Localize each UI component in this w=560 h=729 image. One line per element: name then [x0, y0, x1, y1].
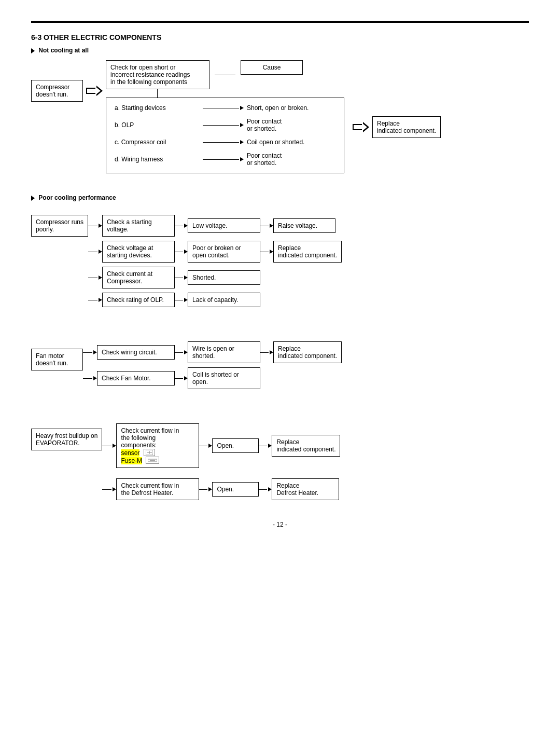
result-lack-capacity: Lack of capacity.: [188, 293, 260, 307]
line-d: [203, 159, 239, 160]
check-olp-rating: Check rating of OLP.: [102, 293, 175, 307]
h-line-r4: [175, 300, 183, 300]
heavy-frost-box: Heavy frost buildup onEVAPORATOR.: [31, 429, 102, 450]
raise-voltage-box: Raise voltage.: [273, 218, 335, 233]
arrow-frostr2: [208, 487, 212, 491]
h-line-fan1: [175, 352, 183, 353]
dbl-arrow-1: [86, 86, 103, 96]
replace-defrost-heater: ReplaceDefrost Heater.: [272, 478, 339, 500]
arrow-fan1: [93, 350, 97, 354]
h-conn-3: [88, 278, 97, 278]
h-conn-frost1: [102, 446, 111, 446]
line-a: [203, 108, 239, 108]
top-border: [31, 21, 529, 23]
h-line-frost2: [199, 489, 207, 490]
h-conn-2: [88, 252, 97, 252]
poor-cooling-title: Poor cooling performance: [31, 194, 529, 201]
arrow-act2: [270, 250, 273, 254]
h-line-act1: [260, 226, 269, 226]
result-open-1: Open.: [212, 438, 259, 453]
not-cooling-title: Not cooling at all: [31, 47, 529, 54]
check-starting-voltage: Check a startingvoltage.: [102, 215, 175, 237]
result-open-2: Open.: [212, 482, 259, 497]
arrow-r1: [184, 224, 188, 228]
result-shorted: Shorted.: [188, 270, 260, 285]
arrow-check4: [99, 298, 102, 302]
triangle-icon-2: [31, 196, 35, 201]
h-line-act2: [260, 252, 269, 252]
replace-box-1: Replaceindicated component.: [372, 116, 441, 138]
sub-item-wiring: d. Wiring harness Poor contactor shorted…: [115, 152, 335, 167]
arrow-fanr2: [184, 376, 188, 380]
fuse-highlight: Fuse-M: [121, 457, 142, 464]
result-low-voltage: Low voltage.: [188, 218, 260, 233]
page-number: - 12 -: [31, 521, 529, 528]
coil-shorted-open: Coil is shorted oropen.: [188, 367, 260, 389]
h-line-r2: [175, 252, 183, 252]
check-current-flow-1: Check current flow inthe followingcompon…: [116, 423, 199, 468]
sensor-highlight: sensor: [121, 449, 139, 457]
fan-motor-box: Fan motordoesn't run.: [31, 349, 83, 370]
h-line-r1: [175, 226, 183, 226]
section-title: 6-3 OTHER ELECTRIC COMPONENTS: [31, 33, 529, 42]
arrow-frost-act1: [268, 444, 272, 448]
result-poor-contact: Poor or broken oropen contact.: [188, 241, 260, 263]
h-line-frost-act2: [259, 489, 267, 490]
line-b: [203, 125, 239, 126]
h-line-cause: [215, 75, 235, 75]
fuse-icon: [146, 457, 159, 464]
arrow-frost1: [113, 444, 116, 448]
arrow-check1: [99, 224, 102, 228]
arrow-c: [240, 140, 244, 144]
h-conn-fan1: [83, 352, 92, 353]
arrow-b: [240, 123, 244, 127]
h-line-frost-act1: [259, 446, 267, 446]
arrow-frost2: [113, 487, 116, 491]
not-cooling-section: Not cooling at all Compressordoesn't run…: [31, 47, 529, 173]
compressor-runs-box: Compressor runspoorly.: [31, 215, 88, 237]
h-line-r3: [175, 278, 183, 278]
arrow-frostr1: [208, 444, 212, 448]
arrow-fanr1: [184, 350, 188, 354]
arrow-check2: [99, 250, 102, 254]
sub-item-olp: b. OLP Poor contactor shorted.: [115, 118, 335, 132]
check-voltage-starting: Check voltage atstarting devices.: [102, 241, 175, 263]
h-conn-1: [88, 226, 97, 226]
h-line-fan-act: [260, 352, 269, 353]
replace-frost-1: Replaceindicated component.: [272, 435, 340, 457]
arrow-d: [240, 157, 244, 161]
arrow-r2: [184, 250, 188, 254]
compressor-box: Compressordoesn't run.: [31, 80, 83, 102]
check-current-flow-2: Check current flow inthe Defrost Heater.: [116, 478, 199, 500]
check-current-compressor: Check current atCompressor.: [102, 267, 175, 288]
arrow-act1: [270, 224, 273, 228]
h-conn-4: [88, 300, 97, 300]
fan-motor-section: Fan motordoesn't run. Check wiring circu…: [31, 341, 529, 389]
arrow-a: [240, 106, 244, 110]
triangle-icon: [31, 48, 35, 53]
check-wiring-circuit: Check wiring circuit.: [97, 345, 175, 360]
h-line-fan2: [175, 378, 183, 379]
arrow-fan-act: [270, 350, 273, 354]
replace-fan-box: Replaceindicated component.: [273, 341, 342, 363]
vert-line-down: [157, 89, 158, 98]
line-c: [203, 142, 239, 143]
sub-item-starting: a. Starting devices Short, open or broke…: [115, 104, 335, 112]
sub-items-box: a. Starting devices Short, open or broke…: [106, 98, 344, 173]
h-conn-frost2: [102, 489, 111, 490]
wire-open-shorted: Wire is open orshorted.: [188, 341, 260, 363]
replace-indicated-box: Replaceindicated component.: [273, 241, 342, 263]
sub-item-compressor-coil: c. Compressor coil Coil open or shorted.: [115, 139, 335, 146]
arrow-fan2: [93, 376, 97, 380]
h-conn-fan2: [83, 378, 92, 379]
h-line-frost1: [199, 446, 207, 446]
arrow-r4: [184, 298, 188, 302]
sensor-icon: [144, 449, 155, 456]
poor-cooling-section: Poor cooling performance Compressor runs…: [31, 194, 529, 307]
arrow-r3: [184, 276, 188, 280]
arrow-frost-act2: [268, 487, 272, 491]
arrow-check3: [99, 276, 102, 280]
check-fan-motor: Check Fan Motor.: [97, 371, 175, 386]
dbl-arrow-2: [353, 122, 369, 132]
check-open-short-box: Check for open short orincorrect resista…: [106, 60, 209, 89]
